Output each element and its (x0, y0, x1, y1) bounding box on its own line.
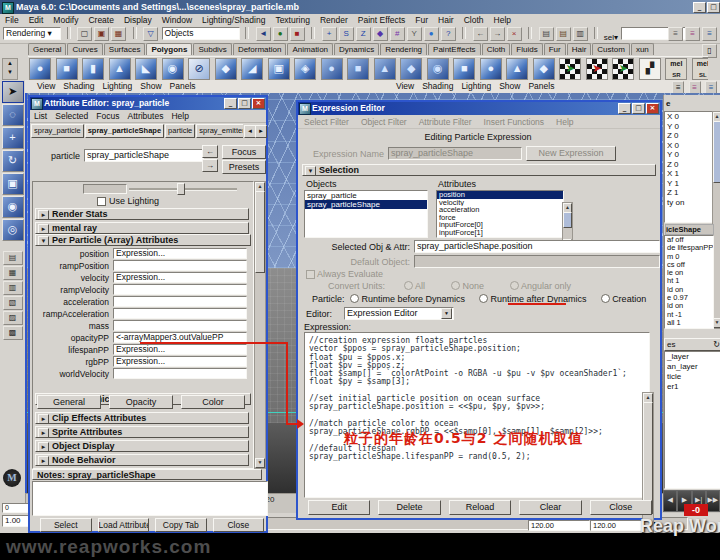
shelf-tab[interactable]: Custom (592, 43, 630, 55)
selection-mask-field[interactable]: Objects (162, 27, 240, 40)
attribute-value-field[interactable] (113, 308, 247, 319)
show-channel-box-icon[interactable]: ≡ (668, 27, 683, 41)
attribute-value-field[interactable] (113, 320, 247, 331)
channel-row[interactable]: X 0 (665, 112, 713, 122)
channel-values-list[interactable]: X 0Y 0Z 0X 0Y 0Z 0X 1Y 1Z 1ty on (664, 111, 714, 223)
ipr-render-icon[interactable]: ▤ (556, 27, 571, 41)
particle-mode-radio[interactable]: Creation (601, 294, 647, 304)
menu-item[interactable]: Edit (24, 14, 49, 26)
shelf-tab[interactable]: Subdivs (193, 43, 231, 55)
ae-section-header[interactable]: ►Object Display (35, 440, 249, 452)
new-scene-icon[interactable]: ▢ (77, 27, 92, 41)
ae-tab[interactable]: particle (165, 124, 195, 138)
menu-item[interactable]: Modify (48, 14, 83, 26)
menu-item[interactable]: Display (119, 14, 157, 26)
menu-item[interactable]: Window (157, 14, 197, 26)
ee-menu-item[interactable]: Object Filter (355, 116, 413, 128)
shelf-spinner[interactable]: ▲▼ (2, 58, 18, 80)
shelf-tab[interactable]: Curves (67, 43, 102, 55)
ee-close-button[interactable]: × (646, 103, 659, 114)
panel-menu-item[interactable]: Show (136, 80, 165, 93)
attribute-value-field[interactable] (113, 260, 247, 271)
ee-footer-button[interactable]: Delete (378, 500, 440, 515)
select-tool-icon[interactable]: ➤ (2, 81, 24, 103)
threshold-slider-handle[interactable] (177, 183, 185, 195)
shelf-poke-icon[interactable]: ■ (453, 58, 475, 80)
snap-curve-icon[interactable]: S (339, 27, 354, 41)
ae-section-header[interactable]: ►Clip Effects Attributes (35, 412, 249, 424)
ae-menu-item[interactable]: Attributes (123, 111, 167, 122)
help-icon[interactable]: ? (441, 27, 456, 41)
panel-menu-item[interactable]: Show (495, 80, 524, 93)
show-both-icon[interactable]: ≡ (702, 27, 717, 41)
shelf-tab[interactable]: Fluids (511, 43, 542, 55)
menu-item[interactable]: Hair (433, 14, 459, 26)
channel-row[interactable]: Z 1 (665, 188, 713, 198)
layers-list[interactable]: _layeran_layerticleer1 (664, 351, 720, 489)
objects-list[interactable]: spray_particlespray_particleShape (304, 190, 428, 238)
current-tool-icon[interactable]: ◎ (2, 219, 24, 241)
ae-tab[interactable]: spray_particle (31, 124, 84, 138)
panel-menu-item[interactable]: View (33, 80, 59, 93)
new-expression-button[interactable]: New Expression (526, 146, 616, 161)
shelf-duplicate-icon[interactable]: ● (480, 58, 502, 80)
panel-menu-item[interactable]: Panels (166, 80, 200, 93)
channel-row[interactable]: Z 0 (665, 131, 713, 141)
shelf-quadrangulate-icon[interactable]: ◆ (533, 58, 555, 80)
layout-two-side-icon[interactable]: ▥ (3, 281, 23, 295)
ae-section-header[interactable]: ►Render Stats (35, 208, 249, 220)
shelf-tab[interactable]: PaintEffects (428, 43, 481, 55)
select-component-icon[interactable]: ■ (290, 27, 305, 41)
attribute-item[interactable]: inputForce[0] (437, 221, 563, 229)
attribute-value-field[interactable]: Expression... (113, 248, 247, 259)
shelf-extrude-icon[interactable]: ◆ (215, 58, 237, 80)
layout-hypershade-icon[interactable]: ▩ (3, 326, 23, 340)
attribute-editor-title-bar[interactable]: M Attribute Editor: spray_particle _ □ × (30, 97, 266, 110)
list-outputs-icon[interactable]: → (490, 27, 505, 41)
menu-item[interactable]: File (0, 14, 24, 26)
menu-item[interactable]: Lighting/Shading (197, 14, 270, 26)
show-output-connections-button[interactable]: → (202, 159, 218, 172)
shelf-tab[interactable]: Fur (544, 43, 566, 55)
maximize-button[interactable]: □ (707, 2, 720, 13)
attribute-value-field[interactable]: Expression... (113, 272, 247, 283)
lasso-tool-icon[interactable]: ◌ (2, 104, 24, 126)
shelf-tab[interactable]: Cloth (482, 43, 511, 55)
playback-end-field[interactable]: 120.00 (528, 520, 590, 531)
notes-box[interactable] (32, 481, 268, 516)
channel-row[interactable]: ld on (665, 286, 713, 294)
channel-row[interactable]: X 0 (665, 141, 713, 151)
shelf-cylinder-icon[interactable]: ▮ (82, 58, 104, 80)
shelf-tab[interactable]: Surfaces (104, 43, 146, 55)
menu-set-selector[interactable]: Rendering ▾ (3, 27, 61, 40)
shelf-split-icon[interactable]: ▣ (268, 58, 290, 80)
attributes-list[interactable]: positionvelocityaccelerationforceinputFo… (436, 190, 564, 238)
ae-tab[interactable]: spray_particleShape (85, 124, 164, 138)
attribute-item[interactable]: acceleration (437, 206, 563, 214)
no-history-icon[interactable]: × (507, 27, 522, 41)
use-lighting-checkbox[interactable] (97, 197, 106, 206)
layout-four-pane-icon[interactable]: ▦ (3, 266, 23, 280)
snap-view-plane-icon[interactable]: ◆ (373, 27, 388, 41)
shelf-plane-icon[interactable]: ◣ (135, 58, 157, 80)
shelf-tab[interactable]: xun (631, 43, 654, 55)
channel-row[interactable]: le on (665, 269, 713, 277)
shelf-circle-tool-icon[interactable]: ⊘ (188, 58, 210, 80)
snap-point-icon[interactable]: Z (356, 27, 371, 41)
focus-button[interactable]: Focus (222, 145, 266, 159)
shelf-tab[interactable]: General (28, 43, 66, 55)
ee-menu-item[interactable]: Insert Functions (478, 116, 550, 128)
shelf-tab[interactable]: Polygons (146, 43, 192, 55)
menu-item[interactable]: Render (315, 14, 353, 26)
selection-section-header[interactable]: ▼Selection (302, 164, 656, 176)
attribute-value-field[interactable] (113, 368, 247, 379)
ae-tab[interactable]: spray_emitter (196, 124, 243, 138)
menu-item[interactable]: Texturing (270, 14, 315, 26)
channel-row[interactable]: ht 1 (665, 277, 713, 285)
shelf-wedge-icon[interactable]: ◉ (427, 58, 449, 80)
menu-item[interactable]: Create (83, 14, 119, 26)
add-dynamic-button[interactable]: Color (181, 395, 245, 409)
shelf-cone-icon[interactable]: ▲ (109, 58, 131, 80)
expression-textarea[interactable]: //creation expression floats partclesvec… (304, 332, 650, 498)
add-dynamic-button[interactable]: General (37, 395, 101, 409)
